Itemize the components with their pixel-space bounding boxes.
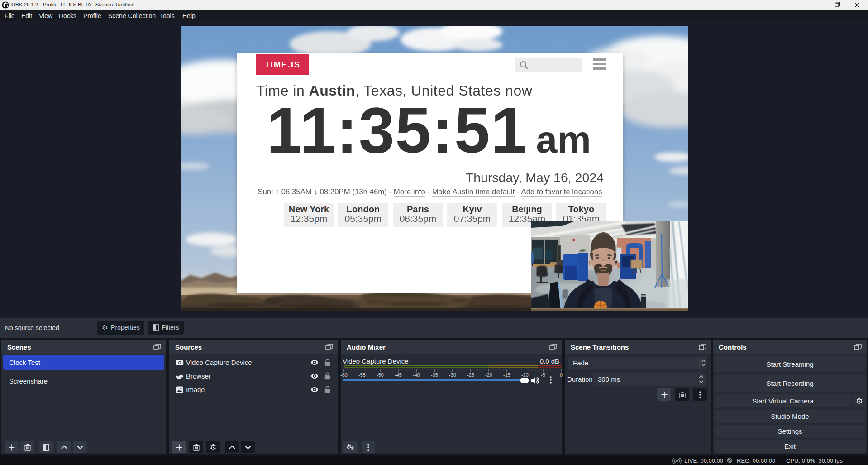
svg-text:-45: -45 <box>395 372 402 378</box>
svg-text:-60: -60 <box>340 372 348 378</box>
svg-text:-35: -35 <box>431 372 438 378</box>
svg-text:-20: -20 <box>485 372 492 378</box>
svg-text:-55: -55 <box>358 372 366 378</box>
svg-text:-10: -10 <box>521 372 529 378</box>
svg-text:-50: -50 <box>377 372 384 378</box>
svg-text:-15: -15 <box>503 372 510 378</box>
svg-text:-30: -30 <box>449 372 456 378</box>
svg-text:-40: -40 <box>413 372 420 378</box>
svg-text:-5: -5 <box>541 372 545 378</box>
svg-text:-25: -25 <box>467 372 474 378</box>
svg-text:0: 0 <box>560 372 563 378</box>
